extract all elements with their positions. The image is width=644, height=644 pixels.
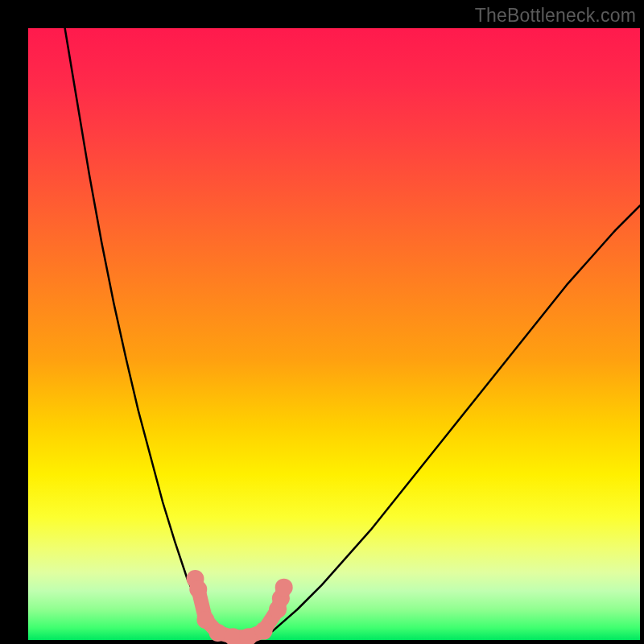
marker-dot [196,611,214,629]
marker-dot [255,622,273,640]
chart-frame: TheBottleneck.com [0,0,644,644]
marker-dot [189,580,207,598]
curve-left-curve [65,28,225,638]
marker-dot [275,579,293,597]
watermark-text: TheBottleneck.com [475,5,636,27]
curve-overlay [0,0,644,644]
curve-right-curve [261,205,640,638]
marker-dot [209,624,227,642]
